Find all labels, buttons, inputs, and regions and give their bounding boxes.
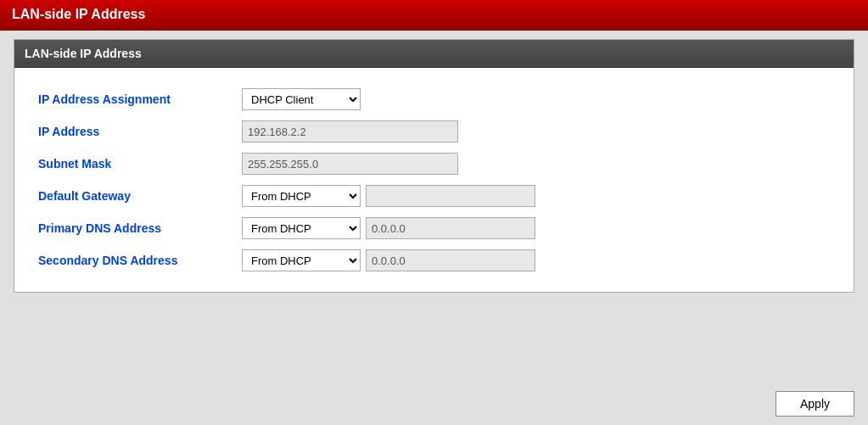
ip-address-label: IP Address xyxy=(31,115,235,148)
title-bar: LAN-side IP Address xyxy=(0,0,868,31)
page-wrapper: LAN-side IP Address LAN-side IP Address … xyxy=(0,0,868,425)
secondary-dns-group: From DHCP Static xyxy=(242,249,830,271)
ip-address-field xyxy=(235,115,837,148)
ip-assignment-field: DHCP Client Static xyxy=(235,83,837,115)
primary-dns-group: From DHCP Static xyxy=(242,217,830,239)
default-gateway-input[interactable] xyxy=(366,185,535,207)
ip-address-input[interactable] xyxy=(242,120,458,143)
subnet-mask-input[interactable] xyxy=(242,153,458,175)
primary-dns-label: Primary DNS Address xyxy=(31,212,235,244)
ip-address-row: IP Address xyxy=(31,115,837,148)
default-gateway-label: Default Gateway xyxy=(31,180,235,212)
primary-dns-select[interactable]: From DHCP Static xyxy=(242,217,361,239)
footer-bar: Apply xyxy=(0,383,868,425)
subnet-mask-row: Subnet Mask xyxy=(31,148,837,180)
secondary-dns-field: From DHCP Static xyxy=(235,244,837,277)
ip-assignment-label: IP Address Assignment xyxy=(31,83,235,115)
default-gateway-group: From DHCP Static xyxy=(242,185,830,207)
secondary-dns-input[interactable] xyxy=(366,249,535,271)
secondary-dns-row: Secondary DNS Address From DHCP Static xyxy=(31,244,837,277)
secondary-dns-label: Secondary DNS Address xyxy=(31,244,235,277)
subnet-mask-field xyxy=(235,148,837,180)
title-bar-label: LAN-side IP Address xyxy=(12,7,145,21)
section-body: IP Address Assignment DHCP Client Static… xyxy=(14,68,854,292)
apply-button[interactable]: Apply xyxy=(776,391,854,417)
ip-assignment-row: IP Address Assignment DHCP Client Static xyxy=(31,83,837,115)
primary-dns-input[interactable] xyxy=(366,217,535,239)
main-content: LAN-side IP Address IP Address Assignmen… xyxy=(0,31,868,383)
secondary-dns-select[interactable]: From DHCP Static xyxy=(242,249,361,271)
default-gateway-select[interactable]: From DHCP Static xyxy=(242,185,361,207)
ip-assignment-select[interactable]: DHCP Client Static xyxy=(242,88,361,110)
default-gateway-field: From DHCP Static xyxy=(235,180,837,212)
section-header-label: LAN-side IP Address xyxy=(25,47,142,60)
default-gateway-row: Default Gateway From DHCP Static xyxy=(31,180,837,212)
primary-dns-field: From DHCP Static xyxy=(235,212,837,244)
section-panel: LAN-side IP Address IP Address Assignmen… xyxy=(14,39,854,293)
primary-dns-row: Primary DNS Address From DHCP Static xyxy=(31,212,837,244)
subnet-mask-label: Subnet Mask xyxy=(31,148,235,180)
form-table: IP Address Assignment DHCP Client Static… xyxy=(31,83,837,277)
section-header: LAN-side IP Address xyxy=(14,40,854,68)
